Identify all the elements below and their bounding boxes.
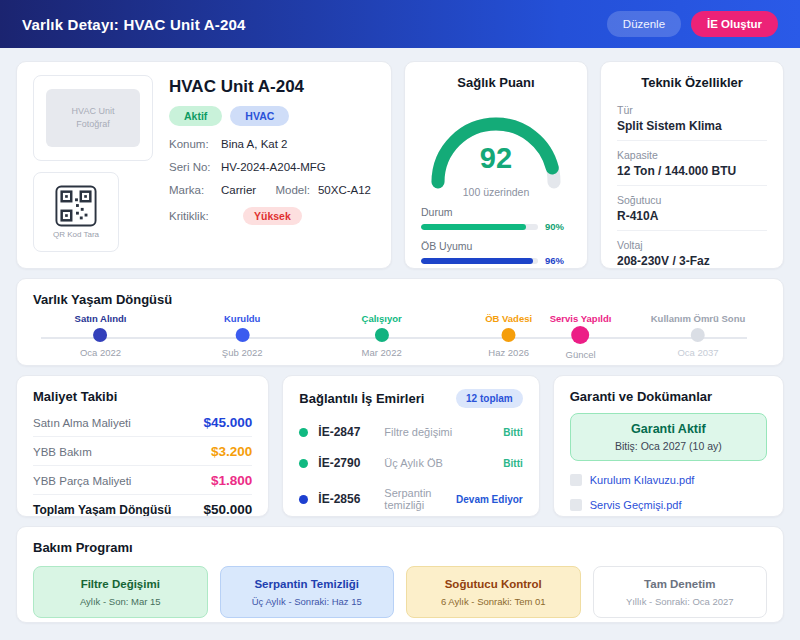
cost-total-label: Toplam Yaşam Döngüsü <box>33 503 171 517</box>
asset-info-column: HVAC Unit A-204 Aktif HVAC Konum: Bina A… <box>169 75 375 255</box>
wo-desc: Üç Aylık ÖB <box>384 457 493 469</box>
spec-row-voltage: Voltaj 208-230V / 3-Faz <box>617 230 767 275</box>
metric-pm-compliance: ÖB Uyumu 96% <box>421 240 571 266</box>
brand-label: Marka: <box>169 184 221 196</box>
tile-name: Soğutucu Kontrol <box>413 578 574 590</box>
stage-pm-due-dot <box>502 328 516 342</box>
cost-total-value: $50.000 <box>204 502 253 517</box>
wo-desc: Serpantin temizliği <box>384 487 446 511</box>
stage-operating-date: Mar 2022 <box>362 347 402 358</box>
stage-end-of-life-label: Kullanım Ömrü Sonu <box>651 313 745 324</box>
model-label: Model: <box>275 184 310 196</box>
stage-operating-dot <box>375 328 389 342</box>
file-icon <box>570 474 582 486</box>
work-order-row-1[interactable]: İE-2847 Filtre değişimi Bitti <box>299 425 522 439</box>
stage-operating-label: Çalışıyor <box>362 313 402 324</box>
header-actions: Düzenle İE Oluştur <box>607 11 778 37</box>
spec-refrigerant-value: R-410A <box>617 209 767 223</box>
lifecycle-card: Varlık Yaşam Döngüsü Satın Alındı Oca 20… <box>16 278 784 366</box>
photo-placeholder-label: HVAC Unit Fotoğraf <box>46 89 140 147</box>
main-content: HVAC Unit Fotoğraf <box>0 48 800 636</box>
serial-label: Seri No: <box>169 161 221 173</box>
stage-purchased-label: Satın Alındı <box>75 313 127 324</box>
lifecycle-title: Varlık Yaşam Döngüsü <box>33 292 767 307</box>
maintenance-tile-coil: Serpantin Temizliği Üç Aylık - Sonraki: … <box>220 566 395 618</box>
brand-value: Carrier <box>221 184 256 196</box>
wo-id: İE-2790 <box>318 456 374 470</box>
work-orders-card: Bağlantılı İş Emirleri 12 toplam İE-2847… <box>282 375 539 517</box>
condition-label: Durum <box>421 206 571 218</box>
maintenance-tile-inspection: Tam Denetim Yıllık - Sonraki: Oca 2027 <box>593 566 768 618</box>
stage-serviced-dot <box>572 326 590 344</box>
work-orders-count-badge: 12 toplam <box>456 389 523 408</box>
spec-voltage-value: 208-230V / 3-Faz <box>617 254 767 268</box>
pm-compliance-progressbar <box>421 258 538 264</box>
qr-code-icon <box>55 185 97 227</box>
work-order-row-2[interactable]: İE-2790 Üç Aylık ÖB Bitti <box>299 456 522 470</box>
specs-card-title: Teknik Özellikler <box>617 75 767 90</box>
status-badge-active: Aktif <box>169 106 222 126</box>
qr-caption: QR Kod Tara <box>53 230 99 239</box>
spec-refrigerant-label: Soğutucu <box>617 194 767 206</box>
file-icon <box>570 499 582 511</box>
maintenance-tile-filter: Filtre Değişimi Aylık - Son: Mar 15 <box>33 566 208 618</box>
tech-specs-card: Teknik Özellikler Tür Split Sistem Klima… <box>600 61 784 269</box>
stage-installed-label: Kuruldu <box>222 313 263 324</box>
stage-purchased: Satın Alındı Oca 2022 <box>75 313 127 358</box>
wo-status: Bitti <box>503 458 522 469</box>
cost-maintenance-value: $3.200 <box>211 444 252 459</box>
edit-button[interactable]: Düzenle <box>607 11 681 37</box>
cost-card-title: Maliyet Takibi <box>33 389 252 404</box>
condition-value: 90% <box>545 221 571 232</box>
spec-row-type: Tür Split Sistem Klima <box>617 96 767 140</box>
wo-id: İE-2847 <box>318 425 374 439</box>
cost-purchase-value: $45.000 <box>204 415 253 430</box>
stage-purchased-dot <box>94 328 108 342</box>
wo-status-dot <box>299 459 308 468</box>
spec-voltage-label: Voltaj <box>617 239 767 251</box>
cost-maintenance-label: YBB Bakım <box>33 446 92 458</box>
asset-photo-placeholder: HVAC Unit Fotoğraf <box>33 75 153 161</box>
page-title: Varlık Detayı: HVAC Unit A-204 <box>22 16 246 33</box>
health-score-value: 92 <box>421 142 571 175</box>
spec-type-label: Tür <box>617 104 767 116</box>
warranty-status-box: Garanti Aktif Bitiş: Oca 2027 (10 ay) <box>570 413 767 461</box>
qr-scan-button[interactable]: QR Kod Tara <box>33 172 119 252</box>
work-order-row-3[interactable]: İE-2856 Serpantin temizliği Devam Ediyor <box>299 487 522 511</box>
warranty-expiry: Bitiş: Oca 2027 (10 ay) <box>577 440 760 452</box>
maintenance-tile-refrigerant: Soğutucu Kontrol 6 Aylık - Sonraki: Tem … <box>406 566 581 618</box>
document-link-manual[interactable]: Kurulum Kılavuzu.pdf <box>570 474 767 486</box>
photo-line2: Fotoğraf <box>76 118 110 132</box>
location-label: Konum: <box>169 138 221 150</box>
cost-tracking-card: Maliyet Takibi Satın Alma Maliyeti $45.0… <box>16 375 269 517</box>
stage-pm-due: ÖB Vadesi Haz 2026 <box>485 313 532 358</box>
wo-status: Devam Ediyor <box>456 494 523 505</box>
health-card-title: Sağlık Puanı <box>421 75 571 90</box>
asset-detail-serial: Seri No: HV-2024-A204-MFG <box>169 161 375 173</box>
tile-name: Filtre Değişimi <box>40 578 201 590</box>
create-workorder-button[interactable]: İE Oluştur <box>691 11 778 37</box>
wo-status-dot <box>299 428 308 437</box>
cost-parts-value: $1.800 <box>211 473 252 488</box>
stage-installed-date: Şub 2022 <box>222 347 263 358</box>
tile-schedule: Yıllık - Sonraki: Oca 2027 <box>600 596 761 607</box>
asset-overview-card: HVAC Unit Fotoğraf <box>16 61 392 269</box>
maintenance-title: Bakım Programı <box>33 540 767 555</box>
stage-installed: Kuruldu Şub 2022 <box>222 313 263 358</box>
document-link-history[interactable]: Servis Geçmişi.pdf <box>570 499 767 511</box>
pm-compliance-value: 96% <box>545 255 571 266</box>
warranty-status-title: Garanti Aktif <box>577 422 760 436</box>
spec-row-refrigerant: Soğutucu R-410A <box>617 185 767 230</box>
lifecycle-timeline: Satın Alındı Oca 2022 Kuruldu Şub 2022 Ç… <box>33 313 767 365</box>
asset-title: HVAC Unit A-204 <box>169 77 375 97</box>
tile-name: Tam Denetim <box>600 578 761 590</box>
stage-pm-due-date: Haz 2026 <box>485 347 532 358</box>
health-gauge: 92 <box>421 98 571 194</box>
spec-capacity-label: Kapasite <box>617 149 767 161</box>
stage-serviced: Servis Yapıldı Güncel <box>550 313 612 360</box>
warranty-docs-card: Garanti ve Dokümanlar Garanti Aktif Biti… <box>553 375 784 517</box>
stage-installed-dot <box>235 328 249 342</box>
asset-detail-criticality: Kritiklik: Yüksek <box>169 207 375 225</box>
photo-line1: HVAC Unit <box>72 105 115 119</box>
tile-schedule: Üç Aylık - Sonraki: Haz 15 <box>227 596 388 607</box>
